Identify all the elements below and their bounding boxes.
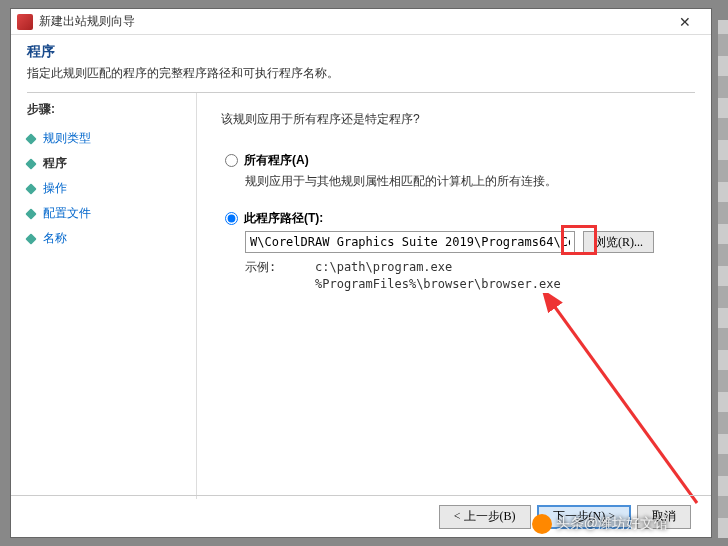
page-description: 指定此规则匹配的程序的完整程序路径和可执行程序名称。 <box>27 65 695 82</box>
bullet-icon <box>25 158 36 169</box>
path-row: 浏览(R)... <box>245 231 687 253</box>
window-title: 新建出站规则向导 <box>39 13 665 30</box>
step-program[interactable]: 程序 <box>27 151 196 176</box>
page-title: 程序 <box>27 43 695 61</box>
steps-sidebar: 步骤: 规则类型 程序 操作 配置文件 名称 <box>11 93 197 499</box>
bullet-icon <box>25 183 36 194</box>
example-label: 示例: <box>245 259 315 293</box>
example-row: 示例: c:\path\program.exe %ProgramFiles%\b… <box>245 259 687 293</box>
browse-button[interactable]: 浏览(R)... <box>583 231 654 253</box>
titlebar: 新建出站规则向导 ✕ <box>11 9 711 35</box>
program-path-input[interactable] <box>245 231 575 253</box>
annotation-arrow <box>537 293 728 523</box>
content-area: 步骤: 规则类型 程序 操作 配置文件 名称 该规则应用于所有程序还是特定程序?… <box>11 93 711 499</box>
step-rule-type[interactable]: 规则类型 <box>27 126 196 151</box>
question-text: 该规则应用于所有程序还是特定程序? <box>221 111 687 128</box>
option-all-programs[interactable]: 所有程序(A) <box>225 152 687 169</box>
bullet-icon <box>25 208 36 219</box>
app-icon <box>17 14 33 30</box>
wizard-window: 新建出站规则向导 ✕ 程序 指定此规则匹配的程序的完整程序路径和可执行程序名称。… <box>10 8 712 538</box>
background-edge <box>718 20 728 538</box>
radio-path-label: 此程序路径(T): <box>244 210 323 227</box>
bullet-icon <box>25 133 36 144</box>
option-this-path[interactable]: 此程序路径(T): <box>225 210 687 227</box>
radio-group: 所有程序(A) 规则应用于与其他规则属性相匹配的计算机上的所有连接。 此程序路径… <box>225 152 687 293</box>
wizard-header: 程序 指定此规则匹配的程序的完整程序路径和可执行程序名称。 <box>11 35 711 92</box>
step-name[interactable]: 名称 <box>27 226 196 251</box>
steps-label: 步骤: <box>27 101 196 118</box>
step-profile[interactable]: 配置文件 <box>27 201 196 226</box>
watermark-avatar-icon <box>532 514 552 534</box>
example-text: c:\path\program.exe %ProgramFiles%\brows… <box>315 259 561 293</box>
close-button[interactable]: ✕ <box>665 10 705 34</box>
bullet-icon <box>25 233 36 244</box>
svg-line-0 <box>552 303 697 503</box>
option-all-desc: 规则应用于与其他规则属性相匹配的计算机上的所有连接。 <box>245 173 687 190</box>
radio-all[interactable] <box>225 154 238 167</box>
radio-path[interactable] <box>225 212 238 225</box>
back-button[interactable]: < 上一步(B) <box>439 505 531 529</box>
watermark: 头条@潍坊好文馆 <box>532 514 668 534</box>
main-panel: 该规则应用于所有程序还是特定程序? 所有程序(A) 规则应用于与其他规则属性相匹… <box>197 93 711 499</box>
step-action[interactable]: 操作 <box>27 176 196 201</box>
radio-all-label: 所有程序(A) <box>244 152 309 169</box>
